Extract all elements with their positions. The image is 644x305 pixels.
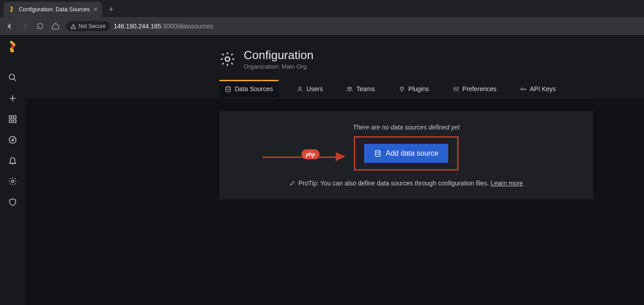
explore-icon[interactable] bbox=[8, 135, 18, 145]
tab-preferences[interactable]: Preferences bbox=[447, 80, 502, 98]
svg-point-13 bbox=[521, 88, 523, 90]
security-status-pill[interactable]: Not Secure bbox=[66, 21, 110, 31]
protip-row: ProTip: You can also define data sources… bbox=[289, 180, 523, 187]
url-path: :3000/datasources bbox=[161, 23, 213, 30]
close-tab-icon[interactable]: × bbox=[93, 5, 97, 14]
svg-rect-3 bbox=[14, 116, 16, 119]
svg-point-14 bbox=[375, 150, 380, 152]
svg-point-7 bbox=[12, 180, 14, 183]
tab-label: Plugins bbox=[408, 85, 429, 92]
annotation-highlight-box: Add data source bbox=[354, 136, 459, 171]
tab-label: Users bbox=[306, 85, 323, 92]
tab-label: API Keys bbox=[530, 85, 556, 92]
user-icon bbox=[297, 86, 303, 92]
dashboards-icon[interactable] bbox=[8, 114, 18, 124]
tab-strip: Configuration: Data Sources × + bbox=[0, 0, 644, 17]
browser-chrome: Configuration: Data Sources × + Not Secu… bbox=[0, 0, 644, 36]
grafana-app: Configuration Organization: Main Org. Da… bbox=[0, 36, 644, 305]
sidebar bbox=[0, 36, 25, 305]
add-data-source-button[interactable]: Add data source bbox=[364, 144, 449, 163]
tab-data-sources[interactable]: Data Sources bbox=[219, 80, 278, 98]
search-icon[interactable] bbox=[8, 73, 18, 83]
protip-text: ProTip: You can also define data sources… bbox=[298, 180, 523, 187]
new-tab-button[interactable]: + bbox=[105, 3, 117, 16]
svg-rect-2 bbox=[9, 116, 12, 119]
tab-teams[interactable]: Teams bbox=[341, 80, 380, 98]
svg-rect-4 bbox=[9, 120, 12, 123]
tab-plugins[interactable]: Plugins bbox=[393, 80, 435, 98]
database-icon bbox=[225, 86, 232, 92]
tab-label: Data Sources bbox=[235, 85, 273, 92]
sliders-icon bbox=[453, 86, 459, 92]
server-admin-icon[interactable] bbox=[8, 197, 18, 207]
learn-more-link[interactable]: Learn more bbox=[491, 180, 523, 187]
alerting-icon[interactable] bbox=[8, 156, 18, 166]
tab-label: Teams bbox=[356, 85, 375, 92]
grafana-favicon-icon bbox=[8, 6, 15, 13]
gear-icon bbox=[219, 51, 236, 67]
rocket-icon bbox=[289, 180, 296, 186]
svg-point-12 bbox=[350, 87, 352, 89]
address-bar[interactable]: Not Secure 146.190.244.165:3000/datasour… bbox=[66, 21, 639, 31]
plug-icon bbox=[398, 86, 405, 92]
team-icon bbox=[346, 86, 353, 92]
empty-state-text: There are no data sources defined yet bbox=[353, 124, 460, 131]
tab-users[interactable]: Users bbox=[291, 80, 329, 98]
security-status-label: Not Secure bbox=[79, 23, 106, 29]
svg-point-9 bbox=[226, 86, 231, 88]
svg-point-8 bbox=[225, 57, 230, 61]
svg-point-11 bbox=[348, 87, 350, 89]
forward-icon bbox=[20, 21, 30, 31]
protip-prefix: ProTip: You can also define data sources… bbox=[298, 180, 491, 187]
grafana-logo-icon[interactable] bbox=[6, 40, 19, 53]
database-icon bbox=[374, 150, 381, 157]
back-icon[interactable] bbox=[5, 21, 14, 31]
svg-rect-5 bbox=[14, 120, 16, 123]
configuration-icon[interactable] bbox=[8, 176, 18, 186]
url-text: 146.190.244.165:3000/datasources bbox=[114, 23, 213, 30]
browser-tab-title: Configuration: Data Sources bbox=[19, 6, 90, 13]
data-sources-panel: There are no data sources defined yet Ad… bbox=[219, 111, 593, 199]
reload-icon[interactable] bbox=[35, 21, 45, 31]
add-data-source-label: Add data source bbox=[386, 149, 439, 157]
home-icon[interactable] bbox=[51, 21, 60, 31]
url-host: 146.190.244.165 bbox=[114, 23, 161, 30]
page-subtitle: Organization: Main Org. bbox=[244, 63, 314, 70]
page-title: Configuration bbox=[244, 48, 314, 62]
create-icon[interactable] bbox=[8, 93, 18, 103]
svg-point-0 bbox=[11, 45, 14, 48]
tab-label: Preferences bbox=[463, 85, 496, 92]
browser-toolbar: Not Secure 146.190.244.165:3000/datasour… bbox=[0, 17, 644, 35]
main-content: Configuration Organization: Main Org. Da… bbox=[25, 36, 644, 305]
tab-api-keys[interactable]: API Keys bbox=[514, 80, 561, 98]
key-icon bbox=[520, 86, 527, 92]
svg-point-10 bbox=[299, 87, 301, 89]
page-header: Configuration Organization: Main Org. Da… bbox=[25, 36, 644, 98]
tabs: Data Sources Users Teams Plugins bbox=[219, 80, 593, 98]
browser-tab-active[interactable]: Configuration: Data Sources × bbox=[4, 2, 102, 17]
warning-icon bbox=[70, 23, 76, 29]
svg-point-1 bbox=[9, 74, 15, 80]
